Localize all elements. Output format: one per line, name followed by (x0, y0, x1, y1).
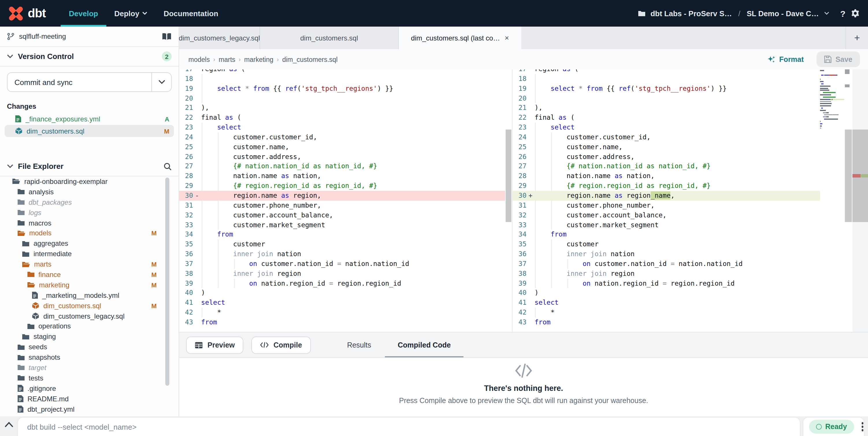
minimap[interactable] (820, 69, 844, 332)
code-line-41[interactable]: 41select (513, 298, 868, 308)
breadcrumb-item[interactable]: models (188, 56, 210, 63)
code-line-43[interactable]: 43from (179, 317, 505, 327)
code-line-40[interactable]: 40) (179, 288, 505, 298)
code-line-31[interactable]: 31 customer.phone_number, (513, 201, 868, 210)
branch-selector[interactable]: sqlfluff-meeting (0, 27, 179, 47)
code-line-23[interactable]: 23 select (513, 123, 868, 133)
file-explorer-header[interactable]: File Explorer (0, 157, 179, 176)
code-line-41[interactable]: 41select (179, 298, 505, 308)
code-line-36[interactable]: 36 inner join nation (513, 249, 868, 259)
code-line-43[interactable]: 43from (513, 317, 868, 327)
tree-item-dim-customers-sql[interactable]: dim_customers.sqlM (0, 300, 179, 311)
tree-item-rapid-onboarding-exemplar[interactable]: rapid-onboarding-exemplar (0, 176, 179, 187)
nav-documentation[interactable]: Documentation (163, 0, 218, 27)
nav-develop[interactable]: Develop (69, 0, 98, 27)
tree-item-tests[interactable]: tests (0, 373, 179, 383)
code-line-18[interactable]: 18 (179, 74, 505, 84)
dbt-logo[interactable]: dbt (8, 5, 45, 21)
tree-item-intermediate[interactable]: intermediate (0, 249, 179, 259)
code-line-39[interactable]: 39 on nation.region_id = region.region_i… (179, 279, 505, 288)
tree-item-analysis[interactable]: analysis (0, 187, 179, 197)
commit-and-sync-button[interactable]: Commit and sync (7, 72, 172, 92)
tree-item-readme-md[interactable]: README.md (0, 394, 179, 404)
help-icon[interactable]: ? (840, 8, 845, 18)
command-input[interactable]: dbt build --select <model_name> (17, 417, 800, 436)
sidebar-scrollbar[interactable] (165, 177, 169, 386)
search-icon[interactable] (163, 162, 172, 170)
code-line-27[interactable]: 27 {# nation.nation_id as nation_id, #} (513, 162, 868, 171)
tree-item-dim-customers-legacy-sql[interactable]: dim_customers_legacy.sql (0, 311, 179, 321)
code-line-30[interactable]: 30- region.name as region, (179, 191, 505, 201)
breadcrumb-item[interactable]: dim_customers.sql (282, 56, 338, 63)
tree-item-seeds[interactable]: seeds (0, 342, 179, 352)
diff-editor[interactable]: 17region as (1819 select * from {{ ref('… (179, 69, 868, 332)
code-line-23[interactable]: 23 select (179, 123, 505, 133)
code-line-21[interactable]: 21), (513, 103, 868, 113)
diff-pane-modified[interactable]: 17region as (1819 select * from {{ ref('… (512, 69, 868, 332)
tree-item-aggregates[interactable]: aggregates (0, 238, 179, 249)
chevron-up-icon[interactable] (5, 422, 13, 427)
tree-item-marketing[interactable]: marketingM (0, 280, 179, 290)
left-pane-scrollbar[interactable] (505, 69, 512, 332)
breadcrumb-item[interactable]: marketing (244, 56, 273, 63)
new-tab-button[interactable]: + (845, 27, 868, 49)
code-line-27[interactable]: 27 {# nation.nation_id as nation_id, #} (179, 162, 505, 171)
diff-overview-ruler[interactable] (852, 69, 868, 332)
gear-icon[interactable] (851, 9, 860, 18)
code-line-29[interactable]: 29 {# region.region_id as region_id, #} (179, 181, 505, 191)
account-name[interactable]: dbt Labs - ProServ S… (650, 9, 732, 18)
change-row[interactable]: _finance_exposures.ymlA (5, 113, 174, 125)
code-line-26[interactable]: 26 customer.address, (513, 152, 868, 162)
code-line-24[interactable]: 24 customer.customer_id, (179, 133, 505, 142)
editor-tab-0[interactable]: dim_customers_legacy.sql (179, 27, 260, 49)
code-line-21[interactable]: 21), (179, 103, 505, 113)
tree-item-logs[interactable]: logs (0, 207, 179, 218)
code-line-30[interactable]: 30+ region.name as region_name, (513, 191, 868, 201)
tree-item-dbt-packages[interactable]: dbt_packages (0, 197, 179, 208)
preview-button[interactable]: Preview (186, 336, 244, 354)
code-line-35[interactable]: 35 customer (179, 239, 505, 249)
close-tab-icon[interactable]: × (504, 33, 509, 42)
code-line-29[interactable]: 29 {# region.region_id as region_id, #} (513, 181, 868, 191)
save-button[interactable]: Save (816, 52, 860, 67)
kebab-menu-icon[interactable] (861, 423, 863, 431)
code-line-22[interactable]: 22final as ( (179, 113, 505, 123)
code-line-19[interactable]: 19 select * from {{ ref('stg_tpch__regio… (513, 84, 868, 93)
code-line-36[interactable]: 36 inner join nation (179, 249, 505, 259)
breadcrumb-item[interactable]: marts (219, 56, 236, 63)
code-line-20[interactable]: 20 (513, 93, 868, 103)
tree-item-macros[interactable]: macros (0, 218, 179, 228)
nav-deploy[interactable]: Deploy (114, 0, 147, 27)
project-chevron-down-icon[interactable] (824, 11, 829, 15)
tree-item-models[interactable]: modelsM (0, 228, 179, 238)
code-line-28[interactable]: 28 nation.name as nation, (513, 171, 868, 181)
code-line-24[interactable]: 24 customer.customer_id, (513, 133, 868, 142)
code-line-32[interactable]: 32 customer.account_balance, (179, 210, 505, 220)
code-line-19[interactable]: 19 select * from {{ ref('stg_tpch__regio… (179, 84, 505, 93)
code-line-22[interactable]: 22final as ( (513, 113, 868, 123)
format-button[interactable]: Format (768, 55, 804, 63)
bottom-tab-compiled-code[interactable]: Compiled Code (395, 332, 454, 357)
editor-tab-1[interactable]: dim_customers.sql (260, 27, 399, 49)
code-line-33[interactable]: 33 customer.market_segment (179, 220, 505, 230)
code-line-42[interactable]: 42 * (179, 308, 505, 317)
code-line-38[interactable]: 38 inner join region (513, 269, 868, 279)
code-line-18[interactable]: 18 (513, 74, 868, 84)
code-line-37[interactable]: 37 on customer.nation_id = nation.nation… (179, 259, 505, 269)
tree-item-finance[interactable]: financeM (0, 269, 179, 280)
code-line-37[interactable]: 37 on customer.nation_id = nation.nation… (513, 259, 868, 269)
compile-button[interactable]: Compile (252, 336, 311, 354)
code-line-25[interactable]: 25 customer.name, (179, 142, 505, 152)
code-line-31[interactable]: 31 customer.phone_number, (179, 201, 505, 210)
tree-item-target[interactable]: target (0, 362, 179, 373)
code-line-39[interactable]: 39 on nation.region_id = region.region_i… (513, 279, 868, 288)
code-line-25[interactable]: 25 customer.name, (513, 142, 868, 152)
code-line-26[interactable]: 26 customer.address, (179, 152, 505, 162)
tree-item-operations[interactable]: operations (0, 321, 179, 331)
docs-book-icon[interactable] (162, 33, 172, 40)
tree-item-staging[interactable]: staging (0, 331, 179, 342)
code-line-28[interactable]: 28 nation.name as nation, (179, 171, 505, 181)
commit-options-button[interactable] (151, 73, 171, 91)
code-line-32[interactable]: 32 customer.account_balance, (513, 210, 868, 220)
code-line-33[interactable]: 33 customer.market_segment (513, 220, 868, 230)
